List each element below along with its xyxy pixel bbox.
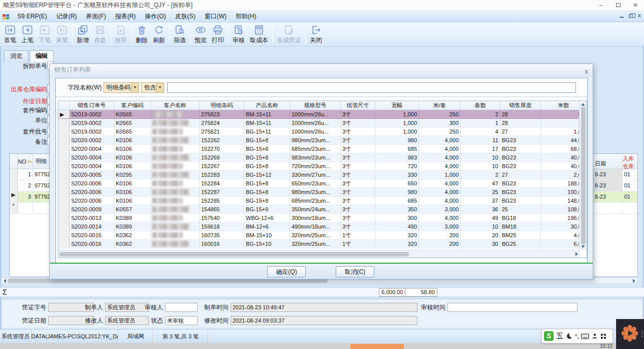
- column-header-明细条码[interactable]: 明细条码: [200, 101, 244, 110]
- column-header-规格型号[interactable]: 规格型号: [290, 101, 341, 110]
- table-row[interactable]: S2020-0002K0106152262BG-15+8980mm/23um..…: [58, 136, 587, 145]
- table-row[interactable]: 197792: [10, 169, 49, 180]
- table-row[interactable]: ▶S2019-0002K0565275823BM-15+111000mm/26u…: [58, 110, 587, 119]
- ime-mode-indicator[interactable]: 五: [556, 332, 563, 341]
- tab-browse[interactable]: 浏览: [4, 50, 28, 62]
- window-titlebar[interactable]: 顺景S9智能ERP管理平台 - 广东顺景软件科技有限公司_QJY - [拆卸单]…: [0, 0, 644, 11]
- table-row[interactable]: ▶397792: [10, 192, 49, 203]
- close-icon[interactable]: ✕: [627, 0, 644, 11]
- table-row[interactable]: 297792: [10, 180, 49, 192]
- menu-item-5[interactable]: 皮肤(S): [171, 13, 200, 20]
- scroll-up-icon[interactable]: [581, 103, 585, 106]
- column-header-产品名称[interactable]: 产品名称: [244, 101, 290, 110]
- ime-logo-icon[interactable]: S: [544, 331, 554, 341]
- toolbar-button-取成本[interactable]: 取成本: [247, 23, 271, 46]
- table-row[interactable]: *: [10, 203, 49, 214]
- column-header-客户名称[interactable]: 客户名称: [151, 101, 200, 110]
- table-row[interactable]: 8-2301: [593, 192, 637, 203]
- cancel-button[interactable]: 取消(C): [336, 266, 374, 277]
- filter-value-input[interactable]: [167, 82, 576, 93]
- menu-item-0[interactable]: S9 ERP(E): [13, 13, 52, 20]
- ok-button[interactable]: 确定(Q): [267, 266, 306, 277]
- table-row[interactable]: S2020-0013K0389157540WBG-12+6300mm/18um.…: [58, 214, 587, 223]
- scroll-right-icon[interactable]: [575, 252, 578, 256]
- toolbar-button-打印[interactable]: 打印: [209, 23, 227, 46]
- table-row[interactable]: S2020-0006K0106152285BG-15+8685mm/23um..…: [58, 197, 587, 205]
- column-header-纸管尺寸[interactable]: 纸管尺寸: [341, 101, 375, 110]
- maximize-icon[interactable]: [609, 0, 627, 11]
- column-header-销售订单号[interactable]: 销售订单号: [70, 101, 114, 110]
- tab-edit[interactable]: 编辑: [29, 50, 54, 62]
- menu-item-1[interactable]: 记录(R): [52, 13, 82, 20]
- menu-item-2[interactable]: 界面(F): [81, 13, 110, 20]
- scrollbar-thumb[interactable]: [59, 252, 409, 257]
- filter-operator-select[interactable]: 包含: [141, 82, 164, 93]
- table-row[interactable]: 8-2301: [593, 180, 637, 192]
- table-row[interactable]: S2020-0004K0106152270BG-15+8685mm/23um..…: [58, 145, 587, 153]
- scroll-left-icon[interactable]: [4, 279, 6, 283]
- toolbar-button-上笔[interactable]: 上笔: [19, 23, 36, 46]
- scrollbar-thumb[interactable]: [581, 107, 586, 244]
- mdi-minimize-icon[interactable]: [620, 17, 624, 18]
- table-row[interactable]: S2020-0016K0362160016BG-15+10320mm/25um.…: [58, 240, 587, 248]
- table-row[interactable]: S2020-0004K0106152269BG-15+8983mm/23um..…: [58, 153, 587, 162]
- column-header-米/卷[interactable]: 米/卷: [419, 101, 461, 110]
- table-row[interactable]: S2020-0014K0389159618BM-12+6490mm/18um..…: [58, 223, 587, 231]
- table-row[interactable]: S2020-0006K0106152284BG-15+8650mm/23um..…: [58, 179, 587, 188]
- punctuation-icon[interactable]: °,: [575, 333, 578, 339]
- table-row[interactable]: S2019-0002K0565275821BG-15+111000mm/26u.…: [58, 128, 587, 136]
- keyboard-icon[interactable]: [581, 333, 589, 339]
- table-row[interactable]: [593, 203, 637, 214]
- column-header-卷数[interactable]: 卷数: [461, 101, 500, 110]
- column-header-detail[interactable]: 明细: [33, 154, 49, 169]
- column-header-warehouse[interactable]: 入库仓库: [623, 154, 637, 169]
- column-header-no[interactable]: NO: [18, 154, 33, 169]
- table-row[interactable]: S2020-0006K0106152287BG-15+8980mm/23um..…: [58, 188, 587, 197]
- table-row[interactable]: S2020-0004K0106152267BG-15+8720mm/23um..…: [58, 162, 587, 171]
- chevron-down-icon[interactable]: [156, 83, 164, 92]
- filter-field-select[interactable]: 明细条码: [104, 82, 139, 93]
- table-row[interactable]: S2020-0005K0295152283BG-15+12330mm/27um.…: [58, 171, 587, 179]
- grid-horizontal-scrollbar[interactable]: [58, 250, 580, 258]
- scroll-right-icon[interactable]: [633, 279, 635, 283]
- column-header-客户编码[interactable]: 客户编码: [114, 101, 151, 110]
- toolbar-button-预览[interactable]: 预览: [192, 23, 209, 46]
- user-icon[interactable]: [592, 333, 598, 339]
- toolbar-button-首笔[interactable]: 首笔: [2, 23, 19, 46]
- dialog-close-icon[interactable]: x: [585, 66, 588, 78]
- table-row[interactable]: S2020-0009K0557154865BG-15+9350mm/24um..…: [58, 205, 587, 214]
- table-row[interactable]: S2020-0016K0362160735BM-15+10320mm/25um.…: [58, 231, 587, 240]
- mdi-restore-icon[interactable]: [629, 14, 633, 18]
- filter-field-label: 字段名称(W): [68, 83, 102, 92]
- os-taskbar[interactable]: [0, 343, 644, 349]
- menu-item-3[interactable]: 报表(R): [111, 13, 141, 20]
- grid-vertical-scrollbar[interactable]: [579, 101, 587, 250]
- toolbox-grid-icon[interactable]: [600, 333, 606, 339]
- toolbar-button-刷新[interactable]: 刷新: [150, 23, 168, 46]
- column-header-宽幅[interactable]: 宽幅: [375, 101, 419, 110]
- column-header-selector[interactable]: [58, 101, 70, 110]
- toolbar-button-删除[interactable]: 删除: [133, 23, 150, 46]
- column-header-销售厚度[interactable]: 销售厚度: [500, 101, 541, 110]
- taskbar-app-highlight[interactable]: [350, 344, 404, 349]
- menu-item-7[interactable]: 帮助(H): [231, 13, 261, 20]
- toolbar-button-新增[interactable]: 新增: [74, 23, 91, 46]
- toolbar-button-筛选[interactable]: 筛选: [171, 23, 188, 46]
- minimize-icon[interactable]: –: [592, 0, 609, 11]
- ime-toolbar[interactable]: S 五 °,: [541, 329, 613, 343]
- menu-item-6[interactable]: 窗口(W): [200, 13, 231, 20]
- moon-icon[interactable]: [566, 333, 572, 339]
- status-cell-1: YK_DATA(JAMES-PC\SQL2012:YK_DATA): [31, 330, 118, 343]
- chevron-down-icon[interactable]: [131, 83, 139, 92]
- menu-item-4[interactable]: 操作(O): [140, 13, 170, 20]
- table-row[interactable]: S2019-0002K0565275824BM-15+111000mm/26u.…: [58, 119, 587, 128]
- table-row[interactable]: 8-2301: [593, 169, 637, 180]
- floating-app-icon[interactable]: •••: [616, 319, 644, 349]
- toolbar-button-关闭[interactable]: 关闭: [307, 23, 325, 46]
- mdi-close-icon[interactable]: x: [638, 12, 641, 18]
- scroll-down-icon[interactable]: [581, 245, 585, 248]
- more-dots-icon[interactable]: •••: [641, 330, 643, 338]
- column-header-date[interactable]: 日期: [593, 154, 623, 169]
- toolbar-button-审核[interactable]: 审核: [230, 23, 247, 46]
- dialog-titlebar[interactable]: 销售订单列表 x: [50, 64, 593, 76]
